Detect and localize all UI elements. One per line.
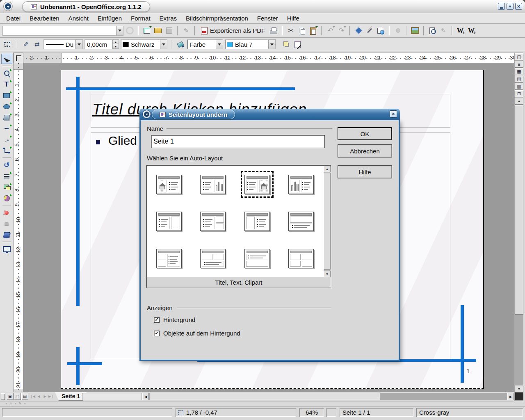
line-color-dropdown[interactable] — [160, 40, 167, 49]
new-document-button[interactable] — [142, 26, 152, 36]
layer-mode-button[interactable]: ▤ — [21, 393, 28, 400]
record-button[interactable] — [393, 26, 403, 36]
fill-type-select[interactable]: Farbe — [187, 39, 223, 49]
zoom-tool-button[interactable] — [1, 68, 12, 78]
vertical-scrollbar-thumb[interactable] — [515, 105, 523, 315]
zoom-page-button[interactable] — [427, 26, 437, 36]
whats-this-button[interactable]: W, — [456, 26, 466, 36]
menu-item-bildschirmprsentation[interactable]: Bildschirmpräsentation — [181, 13, 253, 23]
cut-button[interactable] — [286, 26, 296, 36]
undo-button[interactable] — [325, 26, 335, 36]
url-combobox[interactable] — [2, 26, 123, 36]
window-menu-button[interactable] — [3, 2, 13, 11]
line-style-select[interactable]: Du — [43, 39, 83, 49]
horizontal-scrollbar-thumb[interactable] — [150, 393, 380, 400]
export-pdf-button[interactable]: Exportieren als PDF — [199, 25, 267, 36]
insert-tool-button[interactable] — [1, 193, 12, 203]
handout-view-button[interactable]: ▥ — [515, 83, 523, 90]
cancel-button[interactable]: Abbrechen — [338, 144, 392, 158]
fill-type-dropdown[interactable] — [216, 40, 223, 49]
edit-points-button[interactable] — [2, 39, 12, 49]
layout-option-5[interactable] — [153, 208, 185, 235]
handles-option-icon[interactable]: ▫ — [24, 402, 25, 406]
edit-document-button[interactable] — [181, 26, 191, 36]
url-input[interactable] — [3, 26, 116, 35]
hyperlink-button[interactable] — [376, 26, 386, 36]
layout-option-11[interactable] — [241, 245, 274, 272]
previous-page-button[interactable]: ◀ — [36, 393, 42, 400]
edit-file-button[interactable] — [438, 26, 448, 36]
objects-on-background-checkbox[interactable]: ✓ — [154, 331, 160, 336]
redo-button[interactable] — [336, 26, 346, 36]
save-document-button[interactable] — [164, 26, 174, 36]
menu-item-hilfe[interactable]: Hilfe — [283, 13, 304, 23]
help-button[interactable]: Hilfe — [338, 165, 392, 178]
whats-this-button-2[interactable]: W, — [467, 26, 477, 36]
menu-item-fenster[interactable]: Fenster — [253, 13, 283, 23]
horizontal-ruler[interactable]: 2112345678910111213141516171819202122232… — [23, 52, 514, 63]
connector-tool-button[interactable] — [1, 146, 12, 156]
notes-view-button[interactable]: ▤ — [515, 75, 523, 82]
listbox-scrollbar[interactable]: ▲ ▼ — [324, 166, 331, 277]
layout-option-4[interactable] — [285, 171, 317, 198]
master-mode-button[interactable]: ▢ — [14, 393, 21, 400]
line-width-stepper[interactable]: 0,00cm ▲▼ — [84, 39, 119, 49]
curve-tool-button[interactable] — [1, 123, 12, 134]
menu-item-datei[interactable]: Datei — [2, 13, 25, 23]
menu-item-extras[interactable]: Extras — [155, 13, 182, 23]
maximize-button[interactable]: ▼ — [507, 3, 514, 10]
minimize-button[interactable] — [498, 3, 505, 10]
gallery-button[interactable] — [410, 26, 420, 36]
paste-button[interactable] — [308, 26, 318, 36]
stylist-button[interactable] — [365, 26, 374, 36]
stepper-down-icon[interactable]: ▼ — [113, 44, 119, 49]
stepper-buttons[interactable]: ▲▼ — [112, 40, 119, 49]
splitter-handle[interactable] — [1, 393, 5, 400]
resize-grip[interactable] — [515, 393, 523, 400]
layout-option-1[interactable] — [153, 171, 185, 198]
url-dropdown-button[interactable] — [116, 26, 123, 35]
layout-option-3-selected[interactable] — [241, 171, 274, 198]
menu-item-ansicht[interactable]: Ansicht — [64, 13, 93, 23]
name-field[interactable] — [151, 135, 325, 148]
edit-option-icon[interactable]: ✎ — [18, 402, 22, 406]
area-dialog-button[interactable] — [176, 39, 185, 49]
close-button[interactable]: × — [515, 3, 522, 10]
rotate-tool-button[interactable] — [1, 160, 12, 170]
layout-option-9[interactable] — [153, 245, 185, 272]
scroll-right-button[interactable]: ▶ — [507, 393, 514, 400]
layout-option-2[interactable] — [196, 171, 229, 198]
stop-loading-button[interactable] — [125, 26, 135, 36]
last-page-button[interactable]: ▶❘ — [48, 393, 54, 400]
ruler-origin-box[interactable] — [14, 52, 23, 63]
vertical-scrollbar[interactable]: ▢ ≡ ▦ ▤ ▥ ⊡ ▲ ▼ — [514, 52, 523, 401]
fill-color-dropdown[interactable] — [268, 40, 275, 49]
first-page-button[interactable]: ❘◀ — [30, 393, 36, 400]
menu-item-format[interactable]: Format — [126, 13, 155, 23]
arrow-style-button[interactable] — [32, 39, 42, 49]
start-show-view-button[interactable]: ⊡ — [515, 90, 523, 97]
interaction-button[interactable] — [1, 219, 12, 229]
layout-option-8[interactable] — [285, 208, 317, 235]
listbox-scroll-up-button[interactable]: ▲ — [324, 166, 331, 172]
menu-item-bearbeiten[interactable]: Bearbeiten — [25, 13, 64, 23]
fill-color-select[interactable]: Blau 7 — [225, 39, 276, 49]
lines-arrows-tool-button[interactable] — [1, 135, 12, 145]
line-style-dropdown[interactable] — [75, 40, 82, 49]
text-tool-button[interactable] — [1, 79, 12, 89]
snap-option-icon[interactable]: △ — [9, 402, 12, 406]
arrange-tool-button[interactable] — [1, 182, 12, 192]
dialog-titlebar[interactable]: Seitenlayout ändern × — [139, 109, 400, 120]
layout-option-6[interactable] — [196, 208, 229, 235]
open-document-button[interactable] — [153, 26, 163, 36]
listbox-scroll-down-button[interactable]: ▼ — [324, 271, 331, 277]
shadow-button[interactable] — [281, 39, 291, 49]
animation-effects-button[interactable] — [1, 208, 12, 218]
scroll-left-button[interactable]: ◀ — [142, 393, 149, 400]
slide-view-button[interactable]: ▦ — [515, 68, 523, 75]
outline-view-button[interactable]: ≡ — [515, 61, 523, 68]
copy-button[interactable] — [297, 26, 307, 36]
scroll-down-button[interactable]: ▼ — [515, 386, 523, 393]
listbox-scrollbar-thumb[interactable] — [324, 173, 331, 269]
next-page-button[interactable]: ▶ — [42, 393, 48, 400]
